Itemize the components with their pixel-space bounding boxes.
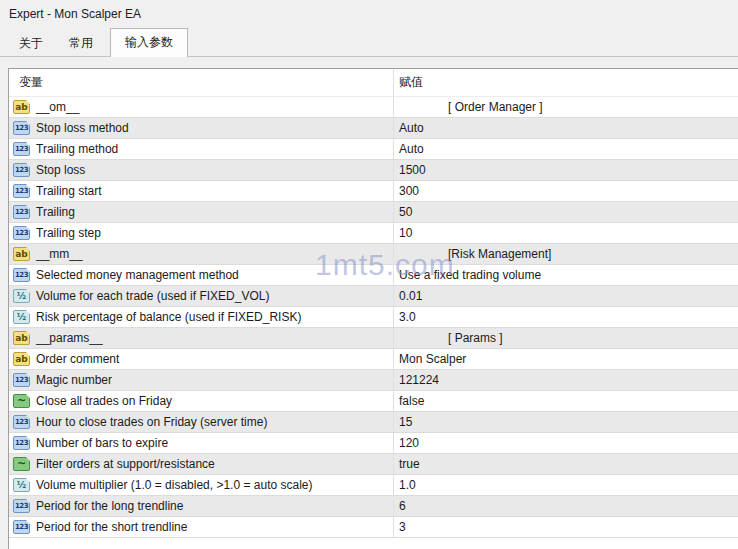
param-name: Risk percentage of balance (used if FIXE… xyxy=(36,310,301,324)
param-value[interactable]: false xyxy=(393,391,738,411)
param-name-cell: ½ Risk percentage of balance (used if FI… xyxy=(9,307,393,327)
string-type-icon: ab xyxy=(13,100,30,114)
param-name: Trailing start xyxy=(36,184,102,198)
integer-type-icon: 123 xyxy=(13,373,30,387)
param-name: Trailing xyxy=(36,205,75,219)
param-name-cell: 123 Trailing xyxy=(9,202,393,222)
param-value[interactable]: Mon Scalper xyxy=(393,349,738,369)
param-name: Trailing method xyxy=(36,142,118,156)
double-type-icon: ½ xyxy=(13,310,30,324)
table-row[interactable]: ab __params__ [ Params ] xyxy=(9,328,738,349)
integer-type-icon: 123 xyxy=(13,163,30,177)
tab-label: 常用 xyxy=(69,36,93,50)
param-name-cell: 123 Stop loss method xyxy=(9,118,393,138)
string-type-icon: ab xyxy=(13,247,30,261)
integer-type-icon: 123 xyxy=(13,520,30,534)
table-row[interactable]: 123 Selected money management method Use… xyxy=(9,265,738,286)
window-title: Expert - Mon Scalper EA xyxy=(9,7,141,21)
param-value[interactable]: 120 xyxy=(393,433,738,453)
param-name-cell: ab Order comment xyxy=(9,349,393,369)
column-header-value: 赋值 xyxy=(393,69,738,96)
title-bar: Expert - Mon Scalper EA xyxy=(0,0,738,30)
boolean-type-icon: ~ xyxy=(13,457,30,471)
param-value[interactable]: 3.0 xyxy=(393,307,738,327)
param-value[interactable]: 0.01 xyxy=(393,286,738,306)
table-header-row: 变量 赋值 xyxy=(9,69,738,97)
table-row[interactable]: 123 Stop loss 1500 xyxy=(9,160,738,181)
param-value[interactable]: 1500 xyxy=(393,160,738,180)
param-value[interactable]: 3 xyxy=(393,517,738,537)
param-name-cell: 123 Number of bars to expire xyxy=(9,433,393,453)
param-name: Stop loss method xyxy=(36,121,129,135)
double-type-icon: ½ xyxy=(13,478,30,492)
param-name: Period for the short trendline xyxy=(36,520,187,534)
param-name-cell: 123 Magic number xyxy=(9,370,393,390)
table-row[interactable]: 123 Trailing method Auto xyxy=(9,139,738,160)
param-name-cell: 123 Trailing method xyxy=(9,139,393,159)
table-row[interactable]: ½ Volume multiplier (1.0 = disabled, >1.… xyxy=(9,475,738,496)
param-value[interactable]: [ Params ] xyxy=(393,328,738,348)
table-row[interactable]: 123 Trailing step 10 xyxy=(9,223,738,244)
param-name: Volume multiplier (1.0 = disabled, >1.0 … xyxy=(36,478,313,492)
param-value[interactable]: 10 xyxy=(393,223,738,243)
param-value[interactable]: true xyxy=(393,454,738,474)
table-row[interactable]: ab Order comment Mon Scalper xyxy=(9,349,738,370)
tab-common[interactable]: 常用 xyxy=(56,31,106,56)
param-name-cell: 123 Period for the long trendline xyxy=(9,496,393,516)
table-row[interactable]: 123 Trailing start 300 xyxy=(9,181,738,202)
param-name: Close all trades on Friday xyxy=(36,394,172,408)
param-name-cell: 123 Trailing start xyxy=(9,181,393,201)
param-name: Volume for each trade (used if FIXED_VOL… xyxy=(36,289,269,303)
table-row[interactable]: 123 Stop loss method Auto xyxy=(9,118,738,139)
param-value[interactable]: 1.0 xyxy=(393,475,738,495)
boolean-type-icon: ~ xyxy=(13,394,30,408)
tab-label: 输入参数 xyxy=(125,35,173,49)
integer-type-icon: 123 xyxy=(13,121,30,135)
param-value[interactable]: Auto xyxy=(393,118,738,138)
integer-type-icon: 123 xyxy=(13,268,30,282)
param-value[interactable]: 15 xyxy=(393,412,738,432)
param-name: Filter orders at support/resistance xyxy=(36,457,215,471)
param-value[interactable]: 6 xyxy=(393,496,738,516)
tab-inputs[interactable]: 输入参数 xyxy=(110,28,188,57)
param-name: Period for the long trendline xyxy=(36,499,183,513)
param-name-cell: ½ Volume for each trade (used if FIXED_V… xyxy=(9,286,393,306)
table-row[interactable]: ½ Risk percentage of balance (used if FI… xyxy=(9,307,738,328)
param-name: Number of bars to expire xyxy=(36,436,168,450)
param-name-cell: ab __params__ xyxy=(9,328,393,348)
table-row[interactable]: 123 Trailing 50 xyxy=(9,202,738,223)
tab-bar: 关于 常用 输入参数 xyxy=(0,30,738,57)
param-value[interactable]: [Risk Management] xyxy=(393,244,738,264)
param-value[interactable]: 121224 xyxy=(393,370,738,390)
table-row[interactable]: 123 Number of bars to expire 120 xyxy=(9,433,738,454)
table-row[interactable]: ½ Volume for each trade (used if FIXED_V… xyxy=(9,286,738,307)
table-row[interactable]: 123 Magic number 121224 xyxy=(9,370,738,391)
param-name-cell: ~ Filter orders at support/resistance xyxy=(9,454,393,474)
param-name: Selected money management method xyxy=(36,268,239,282)
param-value[interactable]: Use a fixed trading volume xyxy=(393,265,738,285)
table-row[interactable]: 123 Period for the long trendline 6 xyxy=(9,496,738,517)
table-row[interactable]: ~ Filter orders at support/resistance tr… xyxy=(9,454,738,475)
table-row[interactable]: 123 Period for the short trendline 3 xyxy=(9,517,738,538)
param-value[interactable]: Auto xyxy=(393,139,738,159)
tab-about[interactable]: 关于 xyxy=(6,31,56,56)
param-name-cell: ~ Close all trades on Friday xyxy=(9,391,393,411)
integer-type-icon: 123 xyxy=(13,415,30,429)
string-type-icon: ab xyxy=(13,352,30,366)
param-name: Order comment xyxy=(36,352,119,366)
integer-type-icon: 123 xyxy=(13,184,30,198)
param-name: Magic number xyxy=(36,373,112,387)
param-value[interactable]: [ Order Manager ] xyxy=(393,97,738,117)
table-row[interactable]: ab __mm__ [Risk Management] xyxy=(9,244,738,265)
param-value[interactable]: 300 xyxy=(393,181,738,201)
column-header-variable: 变量 xyxy=(9,69,393,96)
table-row[interactable]: ~ Close all trades on Friday false xyxy=(9,391,738,412)
double-type-icon: ½ xyxy=(13,289,30,303)
param-value[interactable]: 50 xyxy=(393,202,738,222)
table-row[interactable]: ab __om__ [ Order Manager ] xyxy=(9,97,738,118)
param-name-cell: 123 Trailing step xyxy=(9,223,393,243)
param-name-cell: ab __mm__ xyxy=(9,244,393,264)
integer-type-icon: 123 xyxy=(13,226,30,240)
param-name: __params__ xyxy=(36,331,103,345)
table-row[interactable]: 123 Hour to close trades on Friday (serv… xyxy=(9,412,738,433)
